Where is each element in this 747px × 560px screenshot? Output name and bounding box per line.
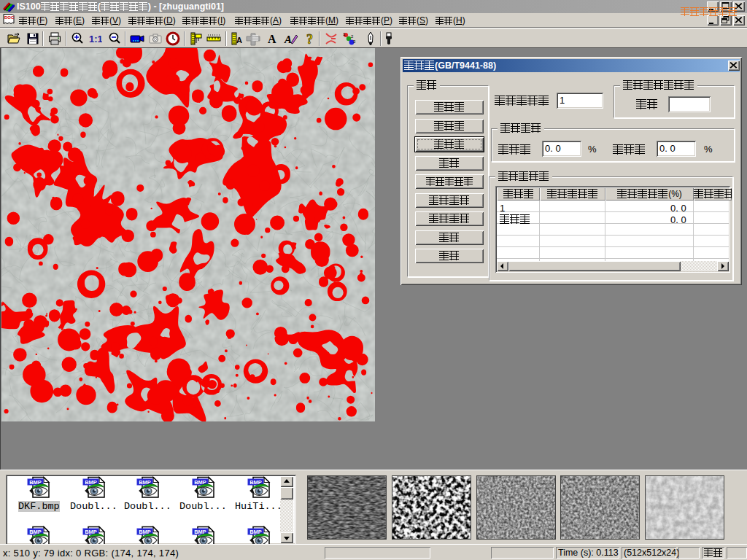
svg-text:A: A [284, 34, 292, 45]
svg-text:1:1: 1:1 [89, 34, 102, 44]
svg-text:3: 3 [353, 39, 356, 44]
svg-text:?: ? [306, 32, 313, 46]
svg-text:DOC: DOC [4, 15, 15, 20]
svg-text:A: A [236, 36, 242, 44]
svg-text:A: A [268, 33, 276, 45]
svg-text:2: 2 [351, 34, 354, 39]
